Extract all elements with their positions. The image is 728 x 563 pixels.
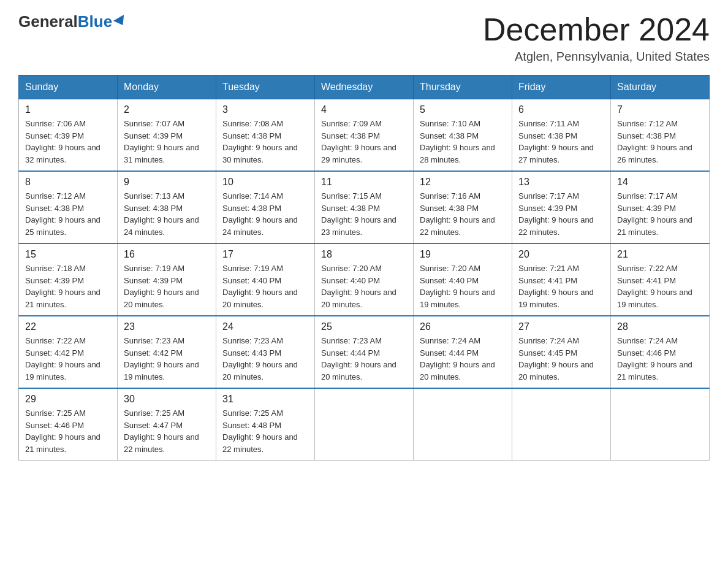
table-row: 29 Sunrise: 7:25 AM Sunset: 4:46 PM Dayl… — [19, 388, 118, 461]
table-row: 5 Sunrise: 7:10 AM Sunset: 4:38 PM Dayli… — [414, 99, 512, 172]
day-number: 6 — [518, 104, 604, 115]
logo-general-text: General — [18, 12, 78, 31]
daylight-label: Daylight: 9 hours and 21 minutes. — [25, 432, 100, 454]
day-info: Sunrise: 7:20 AM Sunset: 4:40 PM Dayligh… — [420, 262, 506, 310]
table-row: 26 Sunrise: 7:24 AM Sunset: 4:44 PM Dayl… — [414, 316, 512, 388]
daylight-label: Daylight: 9 hours and 22 minutes. — [420, 215, 495, 237]
daylight-label: Daylight: 9 hours and 28 minutes. — [420, 143, 495, 164]
daylight-label: Daylight: 9 hours and 22 minutes. — [124, 432, 199, 454]
day-info: Sunrise: 7:25 AM Sunset: 4:48 PM Dayligh… — [222, 407, 308, 455]
sunset-label: Sunset: 4:38 PM — [518, 131, 577, 140]
sunset-label: Sunset: 4:48 PM — [222, 421, 281, 430]
daylight-label: Daylight: 9 hours and 21 minutes. — [617, 215, 692, 237]
day-number: 12 — [420, 177, 506, 188]
logo-blue-block: Blue — [78, 12, 127, 31]
day-number: 11 — [321, 177, 407, 188]
sunset-label: Sunset: 4:38 PM — [321, 131, 380, 140]
sunrise-label: Sunrise: 7:12 AM — [617, 119, 678, 128]
sunset-label: Sunset: 4:44 PM — [321, 348, 380, 358]
day-info: Sunrise: 7:17 AM Sunset: 4:39 PM Dayligh… — [518, 190, 604, 238]
day-info: Sunrise: 7:25 AM Sunset: 4:46 PM Dayligh… — [25, 407, 111, 455]
day-number: 1 — [25, 104, 111, 115]
daylight-label: Daylight: 9 hours and 30 minutes. — [222, 143, 298, 164]
sunrise-label: Sunrise: 7:25 AM — [25, 408, 86, 418]
sunrise-label: Sunrise: 7:24 AM — [617, 336, 678, 345]
day-info: Sunrise: 7:15 AM Sunset: 4:38 PM Dayligh… — [321, 190, 407, 238]
day-info: Sunrise: 7:23 AM Sunset: 4:43 PM Dayligh… — [222, 335, 308, 383]
location-subtitle: Atglen, Pennsylvania, United States — [483, 50, 710, 64]
sunset-label: Sunset: 4:46 PM — [617, 348, 676, 358]
daylight-label: Daylight: 9 hours and 22 minutes. — [222, 432, 298, 454]
col-friday: Friday — [512, 75, 611, 99]
table-row: 2 Sunrise: 7:07 AM Sunset: 4:39 PM Dayli… — [118, 99, 216, 172]
day-number: 18 — [321, 249, 407, 260]
day-info: Sunrise: 7:13 AM Sunset: 4:38 PM Dayligh… — [124, 190, 210, 238]
daylight-label: Daylight: 9 hours and 31 minutes. — [124, 143, 199, 164]
day-info: Sunrise: 7:22 AM Sunset: 4:41 PM Dayligh… — [617, 262, 703, 310]
sunset-label: Sunset: 4:38 PM — [222, 204, 281, 213]
col-monday: Monday — [118, 75, 216, 99]
day-info: Sunrise: 7:09 AM Sunset: 4:38 PM Dayligh… — [321, 118, 407, 166]
sunset-label: Sunset: 4:47 PM — [124, 421, 183, 430]
table-row: 1 Sunrise: 7:06 AM Sunset: 4:39 PM Dayli… — [19, 99, 118, 172]
daylight-label: Daylight: 9 hours and 21 minutes. — [617, 360, 692, 381]
calendar-header-row: Sunday Monday Tuesday Wednesday Thursday… — [19, 75, 710, 99]
col-wednesday: Wednesday — [315, 75, 414, 99]
day-number: 20 — [518, 249, 604, 260]
table-row: 9 Sunrise: 7:13 AM Sunset: 4:38 PM Dayli… — [118, 171, 216, 243]
day-number: 2 — [124, 104, 210, 115]
day-info: Sunrise: 7:14 AM Sunset: 4:38 PM Dayligh… — [222, 190, 308, 238]
day-number: 27 — [518, 321, 604, 332]
day-info: Sunrise: 7:21 AM Sunset: 4:41 PM Dayligh… — [518, 262, 604, 310]
sunset-label: Sunset: 4:46 PM — [25, 421, 84, 430]
daylight-label: Daylight: 9 hours and 27 minutes. — [518, 143, 594, 164]
col-sunday: Sunday — [19, 75, 118, 99]
sunrise-label: Sunrise: 7:13 AM — [124, 191, 184, 201]
calendar-table: Sunday Monday Tuesday Wednesday Thursday… — [18, 75, 710, 461]
table-row: 4 Sunrise: 7:09 AM Sunset: 4:38 PM Dayli… — [315, 99, 414, 172]
page-header: General Blue December 2024 Atglen, Penns… — [18, 12, 710, 64]
sunrise-label: Sunrise: 7:21 AM — [518, 264, 579, 273]
table-row: 8 Sunrise: 7:12 AM Sunset: 4:38 PM Dayli… — [19, 171, 118, 243]
day-number: 9 — [124, 177, 210, 188]
daylight-label: Daylight: 9 hours and 20 minutes. — [420, 360, 495, 381]
daylight-label: Daylight: 9 hours and 19 minutes. — [25, 360, 100, 381]
sunrise-label: Sunrise: 7:18 AM — [25, 264, 86, 273]
day-number: 31 — [222, 394, 308, 405]
daylight-label: Daylight: 9 hours and 29 minutes. — [321, 143, 396, 164]
sunrise-label: Sunrise: 7:07 AM — [124, 119, 184, 128]
table-row: 19 Sunrise: 7:20 AM Sunset: 4:40 PM Dayl… — [414, 243, 512, 316]
sunrise-label: Sunrise: 7:19 AM — [124, 264, 184, 273]
daylight-label: Daylight: 9 hours and 20 minutes. — [518, 360, 594, 381]
daylight-label: Daylight: 9 hours and 25 minutes. — [25, 215, 100, 237]
table-row: 31 Sunrise: 7:25 AM Sunset: 4:48 PM Dayl… — [216, 388, 315, 461]
sunset-label: Sunset: 4:39 PM — [124, 276, 183, 285]
day-info: Sunrise: 7:24 AM Sunset: 4:46 PM Dayligh… — [617, 335, 703, 383]
sunrise-label: Sunrise: 7:23 AM — [124, 336, 184, 345]
daylight-label: Daylight: 9 hours and 24 minutes. — [222, 215, 298, 237]
day-number: 21 — [617, 249, 703, 260]
daylight-label: Daylight: 9 hours and 24 minutes. — [124, 215, 199, 237]
table-row: 13 Sunrise: 7:17 AM Sunset: 4:39 PM Dayl… — [512, 171, 611, 243]
daylight-label: Daylight: 9 hours and 22 minutes. — [518, 215, 594, 237]
daylight-label: Daylight: 9 hours and 20 minutes. — [222, 288, 298, 309]
daylight-label: Daylight: 9 hours and 19 minutes. — [420, 288, 495, 309]
table-row — [315, 388, 414, 461]
sunset-label: Sunset: 4:41 PM — [617, 276, 676, 285]
day-number: 29 — [25, 394, 111, 405]
daylight-label: Daylight: 9 hours and 32 minutes. — [25, 143, 100, 164]
day-number: 5 — [420, 104, 506, 115]
day-info: Sunrise: 7:22 AM Sunset: 4:42 PM Dayligh… — [25, 335, 111, 383]
sunrise-label: Sunrise: 7:23 AM — [321, 336, 382, 345]
daylight-label: Daylight: 9 hours and 23 minutes. — [321, 215, 396, 237]
day-number: 19 — [420, 249, 506, 260]
sunset-label: Sunset: 4:42 PM — [25, 348, 84, 358]
day-info: Sunrise: 7:18 AM Sunset: 4:39 PM Dayligh… — [25, 262, 111, 310]
day-info: Sunrise: 7:19 AM Sunset: 4:40 PM Dayligh… — [222, 262, 308, 310]
day-number: 7 — [617, 104, 703, 115]
daylight-label: Daylight: 9 hours and 26 minutes. — [617, 143, 692, 164]
logo-triangle-icon — [113, 14, 128, 28]
daylight-label: Daylight: 9 hours and 20 minutes. — [321, 288, 396, 309]
table-row: 15 Sunrise: 7:18 AM Sunset: 4:39 PM Dayl… — [19, 243, 118, 316]
table-row: 18 Sunrise: 7:20 AM Sunset: 4:40 PM Dayl… — [315, 243, 414, 316]
